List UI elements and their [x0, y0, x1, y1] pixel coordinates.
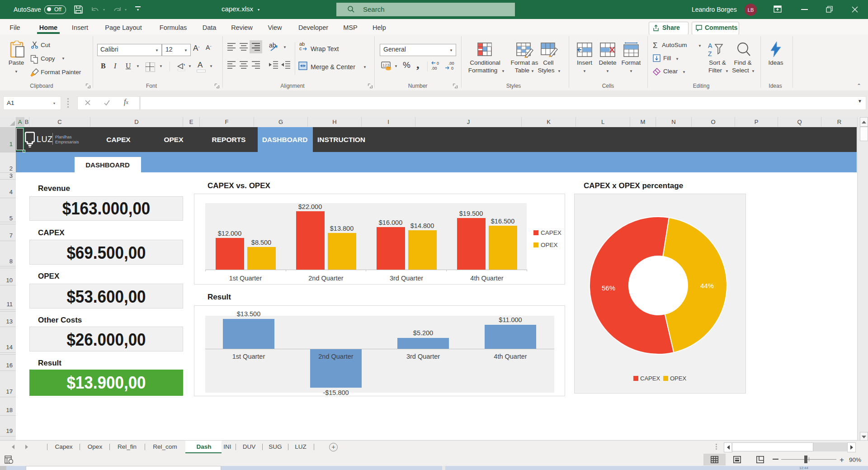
svg-text:Z: Z	[708, 50, 712, 57]
svg-text:.00: .00	[431, 66, 437, 71]
svg-text:.00: .00	[448, 61, 454, 66]
svg-text:A: A	[708, 42, 712, 49]
svg-text:0: 0	[437, 61, 439, 66]
svg-text:0: 0	[451, 66, 453, 71]
svg-text:c: c	[299, 46, 302, 51]
